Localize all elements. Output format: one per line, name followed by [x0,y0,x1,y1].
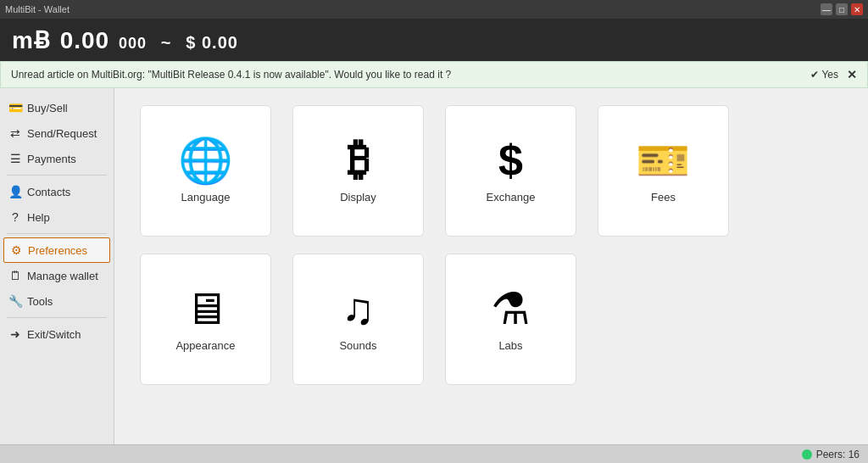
notification-bar: Unread article on MultiBit.org: "MultiBi… [0,61,868,88]
sidebar-item-help[interactable]: ? Help [0,204,114,230]
display-label: Display [340,191,376,204]
sidebar-label-tools: Tools [27,295,53,308]
maximize-button[interactable]: □ [836,3,848,15]
labs-icon: ⚗ [491,287,531,331]
preference-tile-exchange[interactable]: $ Exchange [445,105,576,237]
sidebar-label-send-request: Send/Request [27,127,97,140]
fees-icon: 🎫 [636,138,691,182]
sidebar-label-manage-wallet: Manage wallet [27,270,98,282]
sidebar-divider-3 [7,317,107,318]
sidebar-label-exit-switch: Exit/Switch [27,328,81,341]
sidebar-item-manage-wallet[interactable]: 🗒 Manage wallet [0,263,114,288]
manage-wallet-icon: 🗒 [8,269,22,282]
exit-switch-icon: ➜ [8,327,22,341]
exchange-label: Exchange [487,191,536,204]
close-button[interactable]: ✕ [851,3,863,15]
preference-tile-appearance[interactable]: 🖥 Appearance [140,254,271,385]
sidebar-label-payments: Payments [27,153,76,165]
sidebar-label-buy-sell: Buy/Sell [27,102,68,114]
status-bar: Peers: 16 [0,444,868,463]
preference-tile-sounds[interactable]: ♫ Sounds [292,254,424,385]
send-request-icon: ⇄ [8,126,22,140]
title-bar-controls: — □ ✕ [821,3,863,15]
balance-separator: ~ [161,33,172,52]
preferences-row-2: 🖥 Appearance ♫ Sounds ⚗ Labs [140,254,843,385]
peers-label: Peers: 16 [816,449,860,460]
sounds-icon: ♫ [342,287,375,331]
sidebar: 💳 Buy/Sell ⇄ Send/Request ☰ Payments 👤 C… [0,88,114,444]
sidebar-item-send-request[interactable]: ⇄ Send/Request [0,120,114,146]
sidebar-divider-1 [7,175,107,176]
payments-icon: ☰ [8,152,22,165]
notification-yes-button[interactable]: ✔ Yes [810,69,838,81]
preference-tile-fees[interactable]: 🎫 Fees [598,105,729,237]
language-icon: 🌐 [178,138,233,182]
preference-tile-language[interactable]: 🌐 Language [140,105,271,237]
sidebar-item-tools[interactable]: 🔧 Tools [0,288,114,314]
notification-close-button[interactable]: ✕ [847,68,857,81]
peers-dot [802,449,812,460]
notification-actions: ✔ Yes ✕ [810,68,857,81]
sidebar-item-contacts[interactable]: 👤 Contacts [0,179,114,204]
preference-tile-display[interactable]: ₿ Display [292,105,424,237]
preference-tile-labs[interactable]: ⚗ Labs [445,254,576,385]
sidebar-label-help: Help [27,211,50,224]
btc-symbol: mɃ [12,27,51,53]
window-title: MultiBit - Wallet [5,4,70,14]
exchange-icon: $ [498,138,523,182]
sidebar-item-exit-switch[interactable]: ➜ Exit/Switch [0,321,114,347]
sidebar-item-buy-sell[interactable]: 💳 Buy/Sell [0,95,114,120]
minimize-button[interactable]: — [821,3,832,15]
appearance-label: Appearance [175,339,235,352]
sounds-label: Sounds [339,339,376,352]
display-icon: ₿ [348,138,370,182]
buy-sell-icon: 💳 [8,101,22,114]
notification-message: Unread article on MultiBit.org: "MultiBi… [11,69,451,81]
content-area: 🌐 Language ₿ Display $ Exchange 🎫 Fees 🖥… [114,88,868,444]
contacts-icon: 👤 [8,185,22,198]
preferences-icon: ⚙ [9,243,23,257]
balance-millis: 000 [119,35,147,52]
sidebar-label-contacts: Contacts [27,186,70,198]
sidebar-divider-2 [7,233,107,234]
help-icon: ? [8,210,22,224]
balance-amount: 0.00 [60,27,110,53]
preferences-row-1: 🌐 Language ₿ Display $ Exchange 🎫 Fees [140,105,843,237]
title-bar: MultiBit - Wallet — □ ✕ [0,0,868,19]
appearance-icon: 🖥 [184,287,228,331]
tools-icon: 🔧 [8,294,22,308]
sidebar-item-preferences[interactable]: ⚙ Preferences [3,237,110,263]
fees-label: Fees [651,191,676,204]
main-layout: 💳 Buy/Sell ⇄ Send/Request ☰ Payments 👤 C… [0,88,868,444]
balance-bar: mɃ 0.00 000 ~ $ 0.00 [0,19,868,61]
peers-indicator: Peers: 16 [802,449,860,460]
balance-usd: $ 0.00 [186,33,238,52]
sidebar-item-payments[interactable]: ☰ Payments [0,146,114,171]
labs-label: Labs [498,339,522,352]
sidebar-label-preferences: Preferences [28,244,87,257]
balance-display: mɃ 0.00 000 ~ $ 0.00 [12,26,238,54]
language-label: Language [181,191,231,204]
